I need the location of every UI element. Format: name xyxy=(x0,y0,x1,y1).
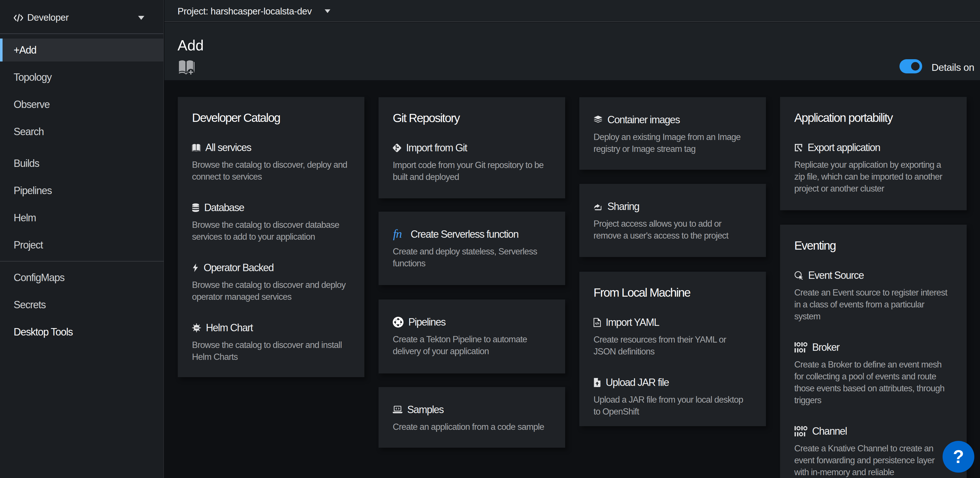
svg-text:HELM: HELM xyxy=(195,327,199,329)
svg-text:fn: fn xyxy=(393,228,401,240)
